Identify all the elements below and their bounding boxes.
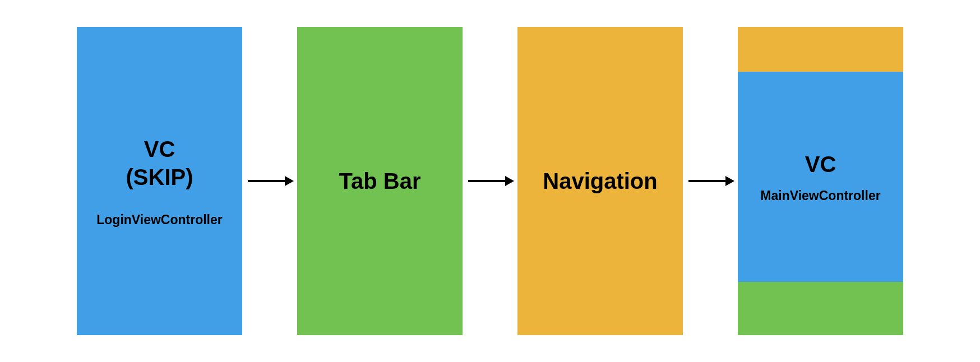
main-vc-stacked-box: VC MainViewController bbox=[738, 27, 903, 335]
box-subtitle: LoginViewController bbox=[96, 212, 222, 228]
arrow-icon bbox=[463, 174, 517, 188]
navigation-box: Navigation bbox=[517, 27, 683, 335]
nav-bar-strip bbox=[738, 27, 903, 72]
tab-bar-box: Tab Bar bbox=[297, 27, 463, 335]
svg-marker-5 bbox=[725, 176, 734, 186]
arrow-icon bbox=[683, 174, 738, 188]
flow-diagram: VC (SKIP) LoginViewController Tab Bar Na… bbox=[0, 0, 980, 362]
box-title: VC bbox=[805, 150, 836, 178]
box-title: Tab Bar bbox=[339, 167, 421, 195]
box-title: Navigation bbox=[543, 167, 657, 195]
svg-marker-1 bbox=[285, 176, 294, 186]
main-vc-content: VC MainViewController bbox=[738, 72, 903, 282]
box-title: VC (SKIP) bbox=[126, 135, 193, 191]
box-subtitle: MainViewController bbox=[760, 188, 880, 203]
arrow-icon bbox=[242, 174, 297, 188]
login-vc-box: VC (SKIP) LoginViewController bbox=[77, 27, 242, 335]
svg-marker-3 bbox=[505, 176, 514, 186]
tab-bar-strip bbox=[738, 282, 903, 335]
